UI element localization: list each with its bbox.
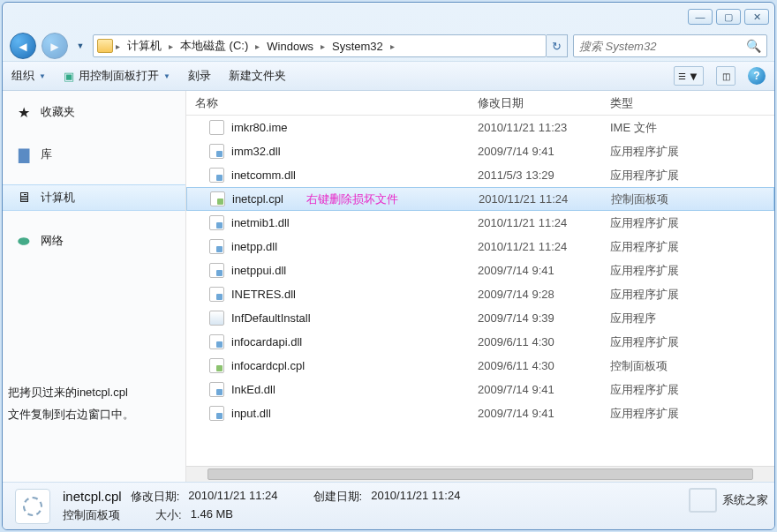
file-icon [209,358,224,373]
file-large-icon [15,489,50,524]
organize-menu[interactable]: 组织▼ [11,68,46,84]
horizontal-scrollbar[interactable] [186,466,774,482]
forward-button[interactable]: ► [41,33,68,59]
file-date: 2009/7/14 9:39 [469,311,601,325]
sidebar-item-favorites[interactable]: ★收藏夹 [3,100,185,124]
chevron-icon: ▸ [255,41,260,51]
status-cdate: 2010/11/21 11:24 [371,489,460,505]
crumb-computer[interactable]: 计算机 [123,36,166,56]
star-icon: ★ [15,104,33,120]
file-icon [209,263,224,278]
minimize-button[interactable]: — [688,9,713,25]
status-filename: inetcpl.cpl [63,489,122,505]
annotation-inline: 右键删除损坏文件 [306,191,398,207]
col-type[interactable]: 类型 [601,95,758,111]
file-type: 应用程序扩展 [601,239,771,255]
view-button[interactable]: ☰▼ [674,66,704,86]
window-controls: — ▢ ✕ [688,9,769,25]
chevron-icon: ▸ [169,41,173,51]
file-name: InfDefaultInstall [231,311,311,325]
file-row[interactable]: input.dll2009/7/14 9:41应用程序扩展 [186,401,774,425]
sidebar-item-computer[interactable]: 🖥计算机 [3,184,185,211]
crumb-drive[interactable]: 本地磁盘 (C:) [176,36,253,56]
file-icon [209,311,224,326]
folder-icon [97,39,113,53]
search-icon: 🔍 [746,39,761,53]
file-date: 2010/11/21 11:24 [469,240,601,253]
col-date[interactable]: 修改日期 [469,95,601,111]
library-icon: ▇ [15,146,33,162]
burn-button[interactable]: 刻录 [188,68,211,84]
sidebar-item-libraries[interactable]: ▇库 [3,142,185,167]
file-row[interactable]: InkEd.dll2009/7/14 9:41应用程序扩展 [186,378,774,401]
titlebar[interactable]: — ▢ ✕ [3,3,774,31]
back-button[interactable]: ◄ [10,33,36,59]
file-date: 2009/7/14 9:41 [469,407,601,420]
file-name: imkr80.ime [231,121,288,134]
file-row[interactable]: INETRES.dll2009/7/14 9:28应用程序扩展 [186,282,774,306]
file-icon [209,120,224,135]
file-type: 应用程序扩展 [601,263,771,279]
history-dropdown[interactable]: ▼ [73,36,87,56]
chevron-icon: ▸ [390,41,395,51]
file-date: 2009/7/14 9:28 [469,288,601,301]
annotation-text: 文件复制到右边窗口中。 [8,404,185,426]
file-row[interactable]: infocardcpl.cpl2009/6/11 4:30控制面板项 [186,354,774,378]
col-name[interactable]: 名称 [186,95,469,111]
file-name: inetpp.dll [231,240,277,253]
address-bar[interactable]: ▸ 计算机 ▸ 本地磁盘 (C:) ▸ Windows ▸ System32 ▸ [93,34,547,57]
file-date: 2010/11/21 11:24 [469,216,601,229]
file-row[interactable]: infocardapi.dll2009/6/11 4:30应用程序扩展 [186,330,774,354]
crumb-system32[interactable]: System32 [328,38,388,55]
file-name: inetppui.dll [231,264,286,277]
file-row[interactable]: inetcomm.dll2011/5/3 13:29应用程序扩展 [186,163,774,187]
file-row[interactable]: inetpp.dll2010/11/21 11:24应用程序扩展 [186,235,774,259]
file-row[interactable]: inetcpl.cpl右键删除损坏文件2010/11/21 11:24控制面板项 [186,187,774,211]
file-date: 2010/11/21 11:24 [470,192,602,206]
network-icon: ⬬ [15,233,33,249]
file-type: 应用程序 [601,311,771,326]
file-date: 2009/6/11 4:30 [469,335,601,348]
maximize-button[interactable]: ▢ [716,9,741,25]
file-icon [209,406,224,421]
file-date: 2009/6/11 4:30 [469,359,601,372]
crumb-windows[interactable]: Windows [262,38,318,55]
column-headers: 名称 修改日期 类型 [186,91,774,116]
file-date: 2010/11/21 11:23 [469,121,601,134]
new-folder-button[interactable]: 新建文件夹 [229,68,286,84]
file-icon [210,191,225,206]
file-date: 2009/7/14 9:41 [469,383,601,396]
status-size: 1.46 MB [191,507,233,523]
file-row[interactable]: imm32.dll2009/7/14 9:41应用程序扩展 [186,139,774,163]
file-icon [209,287,224,302]
refresh-button[interactable]: ↻ [547,34,568,57]
status-size-label: 大小: [155,507,182,523]
file-row[interactable]: InfDefaultInstall2009/7/14 9:39应用程序 [186,306,774,330]
pane-icon: ◫ [722,71,730,81]
help-button[interactable]: ? [748,67,766,85]
file-name: imm32.dll [231,145,281,158]
file-name: inetcomm.dll [231,169,296,182]
file-icon [209,334,224,349]
close-button[interactable]: ✕ [744,9,769,25]
file-name: input.dll [231,407,271,420]
open-cpl-label: 用控制面板打开 [79,68,159,84]
preview-pane-button[interactable]: ◫ [716,66,736,86]
explorer-window: — ▢ ✕ ◄ ► ▼ ▸ 计算机 ▸ 本地磁盘 (C:) ▸ Windows … [2,2,775,530]
file-row[interactable]: inetmib1.dll2010/11/21 11:24应用程序扩展 [186,211,774,235]
status-mdate: 2010/11/21 11:24 [188,489,277,505]
file-list[interactable]: imkr80.ime2010/11/21 11:23IME 文件imm32.dl… [186,116,774,466]
file-row[interactable]: imkr80.ime2010/11/21 11:23IME 文件 [186,116,774,139]
open-cpl-button[interactable]: ▣用控制面板打开▼ [64,68,170,84]
search-box[interactable]: 🔍 [573,34,767,57]
status-cdate-label: 创建日期: [313,489,363,505]
file-name: inetcpl.cpl [232,192,283,206]
search-input[interactable] [579,40,741,53]
file-icon [209,144,224,159]
file-row[interactable]: inetppui.dll2009/7/14 9:41应用程序扩展 [186,259,774,282]
file-name: INETRES.dll [231,288,296,301]
file-type: 应用程序扩展 [601,287,771,303]
view-icon: ☰ [678,71,686,81]
computer-icon: 🖥 [15,190,33,206]
sidebar-item-network[interactable]: ⬬网络 [3,229,185,253]
